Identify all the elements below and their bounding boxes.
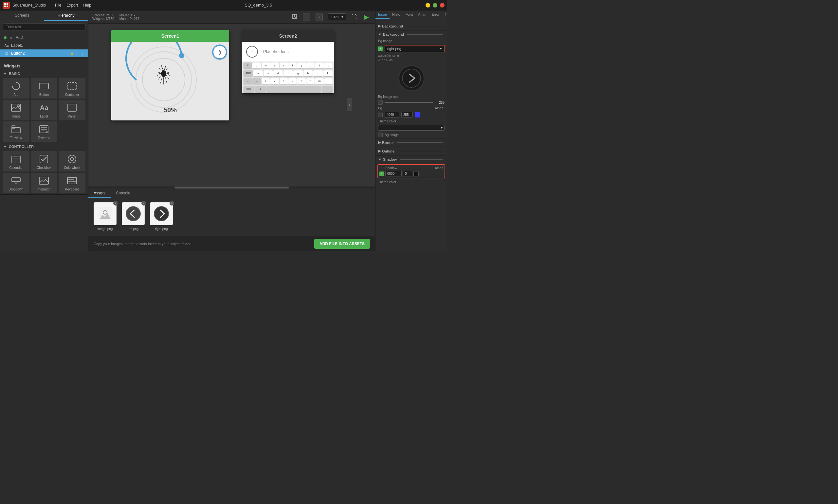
kbd-key-m[interactable]: m bbox=[315, 78, 323, 84]
zoom-in-button[interactable]: + bbox=[316, 13, 323, 21]
kbd-key-u[interactable]: u bbox=[306, 62, 315, 68]
lock-icon[interactable]: 🔒 bbox=[70, 51, 74, 56]
kbd-key-prev[interactable]: ‹ bbox=[255, 86, 266, 92]
menu-export[interactable]: Export bbox=[67, 3, 78, 7]
tab-font[interactable]: Font bbox=[403, 11, 415, 19]
kbd-key-t[interactable]: t bbox=[288, 62, 297, 68]
kbd-key-j[interactable]: j bbox=[313, 70, 322, 76]
opa-slider[interactable] bbox=[385, 102, 433, 103]
kbd-key-k[interactable]: k bbox=[323, 70, 333, 76]
shadow-color-swatch[interactable] bbox=[413, 171, 419, 176]
tab-history[interactable]: Histo bbox=[390, 11, 403, 19]
kbd-key-f[interactable]: f bbox=[284, 70, 293, 76]
widget-button[interactable]: Button bbox=[31, 78, 58, 98]
widget-dropdown[interactable]: Dropdown bbox=[3, 173, 30, 193]
widget-textarea[interactable]: Textarea bbox=[31, 122, 58, 142]
search-input[interactable] bbox=[3, 23, 86, 31]
kbd-key-emoji[interactable]: ⌨ bbox=[244, 86, 254, 92]
tab-hierarchy[interactable]: Hierarchy bbox=[44, 11, 88, 21]
bg-checkbox[interactable] bbox=[378, 112, 383, 117]
kbd-key-dash1[interactable]: − bbox=[244, 78, 252, 84]
section-basic-header[interactable]: ▼ BASIC bbox=[0, 70, 88, 77]
tab-theme[interactable]: Them bbox=[442, 11, 447, 19]
tab-assets[interactable]: Assets bbox=[88, 189, 111, 198]
shadow-checkbox[interactable]: ✓ bbox=[379, 172, 384, 176]
kbd-key-y[interactable]: y bbox=[297, 62, 305, 68]
kbd-key-s[interactable]: s bbox=[264, 70, 273, 76]
zoom-display[interactable]: 137% ▾ bbox=[328, 14, 346, 20]
menu-file[interactable]: File bbox=[55, 3, 61, 7]
widget-arc[interactable]: Arc bbox=[3, 78, 30, 98]
play-button[interactable]: ▶ bbox=[362, 13, 371, 22]
widget-container[interactable]: Container bbox=[58, 78, 86, 98]
hierarchy-item-arc1[interactable]: ○ Arc1 bbox=[0, 34, 88, 41]
kbd-key-r[interactable]: r bbox=[280, 62, 288, 68]
kbd-key-n[interactable]: n bbox=[306, 78, 315, 84]
kbd-key-e[interactable]: e bbox=[270, 62, 279, 68]
maximize-button[interactable]: □ bbox=[433, 3, 437, 7]
hierarchy-item-label1[interactable]: Aa Label1 bbox=[0, 41, 88, 50]
hierarchy-item-button2[interactable]: □ Button2 🔒 👁 ⋮ bbox=[0, 50, 88, 57]
widget-tabview[interactable]: Tabview bbox=[3, 122, 30, 142]
kbd-key-o[interactable]: o bbox=[324, 62, 333, 68]
kbd-key-v[interactable]: v bbox=[288, 78, 297, 84]
asset-close-image[interactable]: × bbox=[113, 201, 118, 205]
shadow-value-input[interactable]: 0000 bbox=[385, 171, 402, 176]
kbd-key-c[interactable]: c bbox=[280, 78, 288, 84]
button2-widget[interactable]: ❯ bbox=[213, 45, 227, 59]
scroll-thumb[interactable] bbox=[175, 186, 289, 188]
color-swatch[interactable] bbox=[415, 112, 420, 118]
kbd-key-abc[interactable]: ABC bbox=[244, 70, 253, 76]
menu-help[interactable]: Help bbox=[83, 3, 91, 7]
background-inner-header[interactable]: ▼ Background bbox=[375, 31, 447, 38]
kbd-key-a[interactable]: a bbox=[253, 70, 263, 76]
kbd-key-hash[interactable]: # bbox=[244, 62, 252, 68]
shadow-header[interactable]: ▼ Shadow bbox=[375, 156, 447, 163]
tab-inspector[interactable]: Inspe bbox=[375, 11, 390, 19]
horizontal-scrollbar[interactable] bbox=[88, 186, 375, 189]
kbd-key-dot[interactable]: . bbox=[324, 78, 333, 84]
add-file-button[interactable]: ADD FILE INTO ASSETS bbox=[314, 239, 370, 249]
widget-panel[interactable]: Panel bbox=[58, 100, 86, 120]
kbd-key-b[interactable]: b bbox=[297, 78, 305, 84]
widget-colorwheel[interactable]: Colorwheel bbox=[58, 151, 86, 172]
image-mode-button[interactable]: 🖼 bbox=[292, 14, 298, 20]
alpha-value-input[interactable]: 255 bbox=[401, 112, 413, 118]
shadow-alpha-input[interactable]: 0 bbox=[403, 171, 412, 176]
kbd-key-q[interactable]: q bbox=[252, 62, 261, 68]
section-controller-header[interactable]: ▼ CONTROLLER bbox=[0, 143, 88, 150]
tab-anim[interactable]: Anim bbox=[415, 11, 429, 19]
placeholder-input[interactable] bbox=[261, 47, 333, 57]
tab-error[interactable]: Error bbox=[429, 11, 442, 19]
fullscreen-button[interactable]: ⛶ bbox=[352, 14, 357, 20]
bg-image-checkbox2[interactable] bbox=[378, 132, 383, 137]
kbd-key-space[interactable] bbox=[266, 86, 321, 92]
bg-image-dropdown[interactable]: right.png ▾ bbox=[385, 45, 445, 52]
widget-keyboard[interactable]: Keyboard bbox=[58, 173, 86, 193]
widget-label[interactable]: Aa Label bbox=[31, 100, 58, 120]
outline-header[interactable]: ▶ Outline bbox=[375, 147, 447, 155]
menu-icon[interactable]: ⋮ bbox=[81, 51, 84, 56]
bg-image-checkbox[interactable]: ✓ bbox=[378, 47, 383, 51]
kbd-key-z[interactable]: z bbox=[262, 78, 270, 84]
bg-value-input[interactable]: 4040 bbox=[385, 112, 399, 118]
asset-close-right[interactable]: × bbox=[170, 201, 174, 205]
kbd-key-i[interactable]: i bbox=[315, 62, 323, 68]
widget-checkbox[interactable]: Checkbox bbox=[31, 151, 58, 172]
kbd-key-dash2[interactable]: − bbox=[252, 78, 261, 84]
background-outer-header[interactable]: ▶ Background bbox=[375, 22, 447, 30]
close-button[interactable]: × bbox=[440, 3, 445, 7]
border-header[interactable]: ▶ Border bbox=[375, 139, 447, 147]
tab-console[interactable]: Console bbox=[111, 189, 136, 198]
minimize-button[interactable]: − bbox=[426, 3, 430, 7]
kbd-key-w[interactable]: w bbox=[262, 62, 270, 68]
widget-calendar[interactable]: Calendar bbox=[3, 151, 30, 172]
kbd-key-d[interactable]: d bbox=[273, 70, 283, 76]
eye-icon[interactable]: 👁 bbox=[76, 51, 79, 56]
asset-close-left[interactable]: × bbox=[141, 201, 146, 205]
kbd-key-h[interactable]: h bbox=[303, 70, 313, 76]
widget-image[interactable]: Image bbox=[3, 100, 30, 120]
widget-imgbutton[interactable]: Imgbutton bbox=[31, 173, 58, 193]
theme-color-select[interactable]: - ▾ bbox=[378, 125, 445, 130]
kbd-key-g[interactable]: g bbox=[293, 70, 302, 76]
